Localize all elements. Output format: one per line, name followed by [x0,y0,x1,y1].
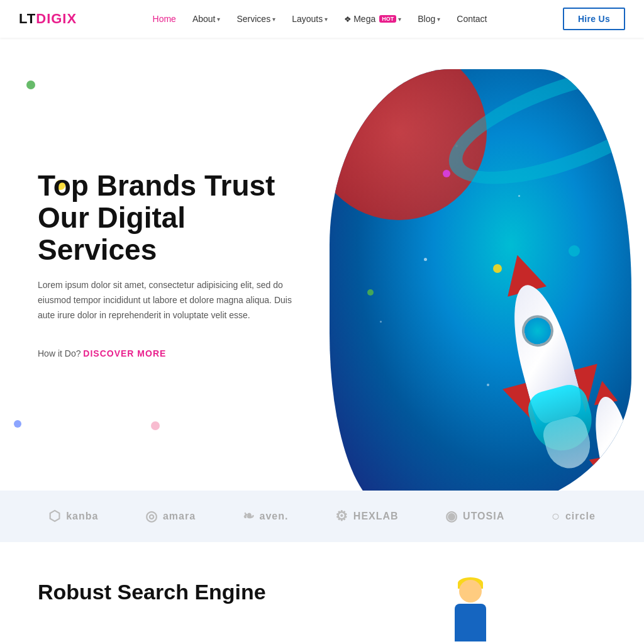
brand-utosia: ◉ UTOSIA [445,508,504,525]
mega-icon: ❖ [344,14,352,24]
dot-pink [151,421,160,430]
hero-section: Top Brands Trust Our Digital Services Lo… [0,38,644,491]
nav-layouts[interactable]: Layouts ▾ [286,10,334,28]
star [380,321,382,323]
rocket-secondary [570,373,631,491]
nav-blog[interactable]: Blog ▾ [411,10,447,28]
chevron-down-icon: ▾ [272,16,275,23]
logo-digix: DIGIX [36,11,77,27]
chevron-down-icon: ▾ [398,16,401,23]
dot-green [26,80,35,89]
brand-circle: ○ circle [552,508,596,525]
scene-dot-yellow [493,264,502,273]
brand-hexlab: ⚙ HEXLAB [335,508,399,525]
nav-about[interactable]: About ▾ [186,10,227,28]
brand-amara-icon: ◎ [145,508,158,525]
hero-cta: How it Do? DISCOVER MORE [38,348,302,358]
brand-kanba-label: kanba [66,511,98,522]
person-illustration [445,580,496,644]
brand-amara-label: amara [163,511,196,522]
section-below: Robust Search Engine [0,542,644,644]
logo: LT DIGIX [19,11,77,27]
nav-links: Home About ▾ Services ▾ Layouts ▾ ❖ Mega… [147,10,494,28]
brand-amara: ◎ amara [145,508,196,525]
brand-kanba: ⬡ kanba [48,508,98,525]
nav-mega[interactable]: ❖ Mega HOT ▾ [338,10,408,28]
hot-badge: HOT [379,15,396,23]
star [424,258,427,261]
brand-hexlab-icon: ⚙ [335,508,348,525]
hero-illustration [330,69,631,491]
hero-title: Top Brands Trust Our Digital Services [38,170,302,265]
section-text: Robust Search Engine [38,580,309,644]
section-title: Robust Search Engine [38,580,309,604]
brand-aven: ❧ aven. [243,508,289,525]
scene-dot-green [367,289,374,296]
scene-dot-purple [443,170,450,177]
brand-circle-icon: ○ [552,508,560,525]
hero-description: Lorem ipsum dolor sit amet, consectetur … [38,278,302,323]
chevron-down-icon: ▾ [325,16,328,23]
section-illustration [335,580,606,644]
navbar: LT DIGIX Home About ▾ Services ▾ Layouts… [0,0,644,38]
brand-hexlab-label: HEXLAB [353,511,399,522]
discover-more-link[interactable]: DISCOVER MORE [83,348,166,358]
person-head [459,580,482,602]
hire-us-button[interactable]: Hire Us [563,8,625,30]
brand-circle-label: circle [565,511,596,522]
dot-blue [14,420,21,428]
nav-home[interactable]: Home [147,10,182,28]
nav-services[interactable]: Services ▾ [230,10,282,28]
nav-contact[interactable]: Contact [450,10,493,28]
chevron-down-icon: ▾ [217,16,220,23]
brand-aven-icon: ❧ [243,508,255,525]
scene-dot-cyan [569,245,580,257]
hero-content: Top Brands Trust Our Digital Services Lo… [0,132,340,396]
logo-lt: LT [19,11,36,27]
brand-utosia-icon: ◉ [445,508,458,525]
star [518,195,520,197]
person-body [455,604,486,641]
brand-aven-label: aven. [260,511,289,522]
brands-bar: ⬡ kanba ◎ amara ❧ aven. ⚙ HEXLAB ◉ UTOSI… [0,491,644,542]
brand-utosia-label: UTOSIA [463,511,504,522]
brand-kanba-icon: ⬡ [48,508,61,525]
chevron-down-icon: ▾ [437,16,440,23]
cta-prefix: How it Do? [38,348,80,358]
